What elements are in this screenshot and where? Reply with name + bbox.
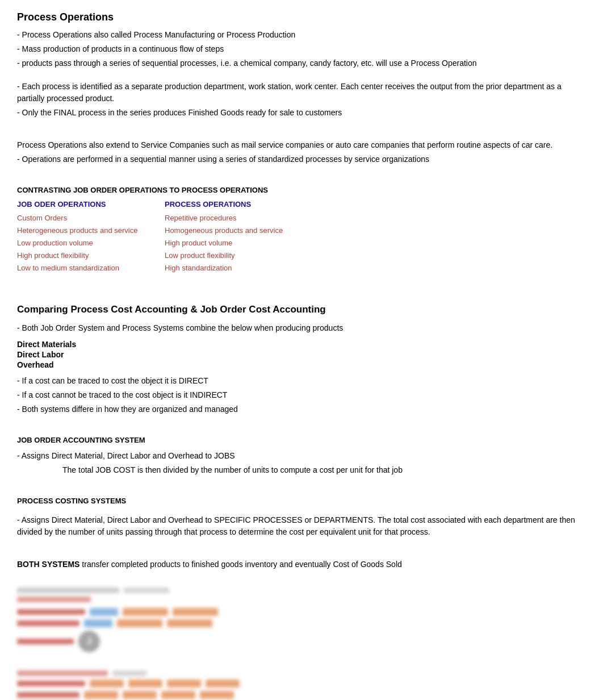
para3-section: Process Operations also extend to Servic… (17, 139, 586, 165)
process-ops-item-0: Repetitive procedures (165, 212, 312, 224)
para3-line-1: Process Operations also extend to Servic… (17, 139, 586, 151)
process-costing-header: PROCESS COSTING SYSTEMS (17, 497, 586, 505)
intro-section: - Process Operations also called Process… (17, 29, 586, 69)
job-order-item-1: Heterogeneous products and service (17, 224, 165, 237)
comparison-table: JOB ODER OPERATIONS Custom Orders Hetero… (17, 200, 586, 274)
comparing-title: Comparing Process Cost Accounting & Job … (17, 304, 586, 315)
process-costing-line-0: - Assigns Direct Material, Direct Labor … (17, 514, 586, 538)
para2-section: - Each process is identified as a separa… (17, 81, 586, 119)
intro-line-3: - products pass through a series of sequ… (17, 57, 586, 69)
para2-line-2: - Only the FINAL process in the series p… (17, 107, 586, 119)
contrast-header: CONTRASTING JOB ORDER OPERATIONS TO PROC… (17, 186, 586, 194)
direct-materials-label: Direct Materials (17, 340, 586, 349)
para3-line-2: - Operations are performed in a sequenti… (17, 153, 586, 165)
both-systems-text: transfer completed products to finished … (79, 560, 401, 569)
para2-line-1: - Each process is identified as a separa… (17, 81, 586, 105)
comparing-intro: - Both Job Order System and Process Syst… (17, 322, 586, 334)
overhead-label: Overhead (17, 360, 586, 369)
job-order-item-3: High product flexibility (17, 249, 165, 262)
both-systems-bold: BOTH SYSTEMS (17, 560, 79, 569)
job-order-col-header: JOB ODER OPERATIONS (17, 200, 165, 209)
process-ops-col-header: PROCESS OPERATIONS (165, 200, 312, 209)
intro-line-2: - Mass production of products in a conti… (17, 43, 586, 55)
process-ops-col: PROCESS OPERATIONS Repetitive procedures… (165, 200, 312, 274)
process-ops-item-2: High product volume (165, 237, 312, 249)
job-order-item-2: Low production volume (17, 237, 165, 249)
job-order-accounting-line-0: - Assigns Direct Material, Direct Labor … (17, 450, 586, 462)
direct-labor-label: Direct Labor (17, 350, 586, 359)
intro-line-1: - Process Operations also called Process… (17, 29, 586, 41)
page-title: Process Operations (17, 11, 586, 23)
both-systems-line: BOTH SYSTEMS transfer completed products… (17, 559, 586, 570)
cost-bullet-2: - Both systems differe in how they are o… (17, 403, 586, 415)
job-order-col: JOB ODER OPERATIONS Custom Orders Hetero… (17, 200, 165, 274)
job-order-accounting-line-1: The total JOB COST is then divided by th… (17, 464, 586, 476)
job-order-item-4: Low to medium standardization (17, 262, 165, 274)
process-ops-item-4: High standardization (165, 262, 312, 274)
process-ops-item-3: Low product flexibility (165, 249, 312, 262)
job-order-item-0: Custom Orders (17, 212, 165, 224)
job-order-accounting-header: JOB ORDER ACCOUNTING SYSTEM (17, 436, 586, 444)
blurred-table: J (17, 588, 346, 700)
cost-bullet-0: - If a cost can be traced to cost the ob… (17, 375, 586, 387)
cost-bullet-1: - If a cost cannot be traced to the cost… (17, 389, 586, 401)
process-ops-item-1: Homogeneous products and service (165, 224, 312, 237)
